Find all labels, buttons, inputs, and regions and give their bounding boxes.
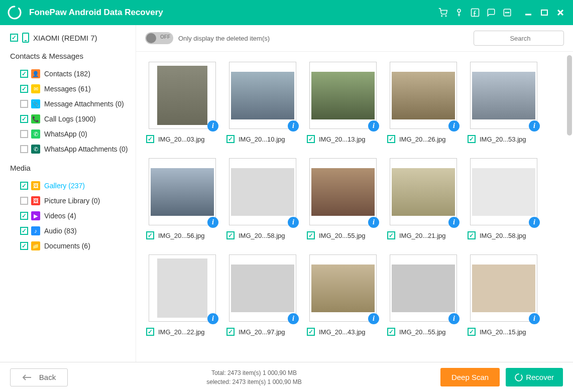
thumbnail-box[interactable]: i [149,254,216,322]
feedback-icon[interactable] [486,8,496,18]
item-checkbox[interactable] [20,197,28,205]
item-checkbox[interactable] [20,227,28,235]
gallery-item[interactable]: iIMG_20...55.jpg [306,158,380,239]
thumbnail-box[interactable]: i [229,254,296,322]
sidebar-item-contacts[interactable]: 👤Contacts (182) [10,66,131,81]
scrollbar[interactable] [567,55,572,136]
sidebar-item-videos[interactable]: ▶Videos (4) [10,208,131,223]
item-checkbox[interactable] [20,242,28,250]
recover-button[interactable]: Recover [506,368,563,386]
info-icon[interactable]: i [207,120,218,132]
sidebar-item-picture-library[interactable]: 🖼Picture Library (0) [10,193,131,208]
gallery-item[interactable]: iIMG_20...21.jpg [386,158,461,239]
thumbnail-box[interactable]: i [149,158,216,225]
device-checkbox[interactable] [10,34,18,42]
sidebar-item-message-attachments[interactable]: 📎Message Attachments (0) [10,96,131,111]
gallery-item[interactable]: iIMG_20...10.jpg [225,62,300,143]
thumbnail-checkbox[interactable] [387,231,395,239]
thumbnail-checkbox[interactable] [468,135,476,143]
info-icon[interactable]: i [288,120,299,132]
deleted-only-toggle[interactable]: OFF [145,32,173,44]
item-checkbox[interactable] [20,182,28,190]
gallery-item[interactable]: iIMG_20...58.jpg [225,158,300,239]
gallery-item[interactable]: iIMG_20...56.jpg [145,158,219,239]
thumbnail-checkbox[interactable] [307,328,315,336]
sidebar-item-call-logs[interactable]: 📞Call Logs (1900) [10,111,131,126]
thumbnail-checkbox[interactable] [226,328,235,336]
thumbnail-box[interactable]: i [390,158,457,225]
thumbnail-checkbox[interactable] [387,328,395,336]
info-icon[interactable]: i [288,217,299,228]
gallery-item[interactable]: iIMG_20...43.jpg [306,254,380,336]
thumbnail-checkbox[interactable] [146,135,154,143]
info-icon[interactable]: i [529,313,540,324]
thumbnail-checkbox[interactable] [468,231,476,239]
gallery-item[interactable]: iIMG_20...03.jpg [145,62,219,143]
search-box[interactable] [474,31,564,46]
item-checkbox[interactable] [20,100,28,108]
gallery-item[interactable]: iIMG_20...22.jpg [145,254,219,336]
thumbnail-checkbox[interactable] [146,231,154,239]
info-icon[interactable]: i [368,313,379,324]
gallery-item[interactable]: iIMG_20...53.jpg [467,62,541,143]
thumbnail-checkbox[interactable] [387,135,395,143]
info-icon[interactable]: i [207,217,218,228]
info-icon[interactable]: i [368,120,379,132]
info-icon[interactable]: i [368,217,379,228]
gallery-item[interactable]: iIMG_20...55.jpg [386,254,461,336]
thumbnail-checkbox[interactable] [226,231,235,239]
info-icon[interactable]: i [448,217,460,228]
facebook-icon[interactable] [470,8,480,18]
thumbnail-checkbox[interactable] [468,328,476,336]
thumbnail-checkbox[interactable] [307,231,315,239]
gallery-item[interactable]: iIMG_20...97.jpg [225,254,300,336]
thumbnail-filename: IMG_20...55.jpg [399,328,446,336]
gallery-item[interactable]: iIMG_20...58.jpg [467,158,541,239]
deep-scan-button[interactable]: Deep Scan [440,368,500,386]
gallery-item[interactable]: iIMG_20...13.jpg [306,62,380,143]
sidebar-item-audio[interactable]: ♪Audio (83) [10,223,131,238]
thumbnail-box[interactable]: i [470,254,537,322]
info-icon[interactable]: i [207,313,218,324]
thumbnail-box[interactable]: i [309,62,377,129]
close-icon[interactable] [555,8,565,18]
thumbnail-box[interactable]: i [309,254,377,322]
info-icon[interactable]: i [529,120,540,132]
cart-icon[interactable] [438,8,448,18]
key-icon[interactable] [454,8,464,18]
sidebar-item-whatsapp[interactable]: ✆WhatsApp (0) [10,126,131,142]
thumbnail-checkbox[interactable] [146,328,154,336]
info-icon[interactable]: i [288,313,299,324]
item-checkbox[interactable] [20,85,28,93]
info-icon[interactable]: i [448,313,460,324]
thumbnail-box[interactable]: i [149,62,216,129]
thumbnail-box[interactable]: i [390,254,457,322]
search-input[interactable] [478,35,562,42]
item-checkbox[interactable] [20,130,28,138]
device-row[interactable]: XIAOMI (REDMI 7) [10,33,131,43]
item-checkbox[interactable] [20,115,28,123]
menu-icon[interactable] [502,8,512,18]
thumbnail-box[interactable]: i [229,62,296,129]
maximize-icon[interactable] [539,8,549,18]
thumbnail-box[interactable]: i [229,158,296,225]
item-checkbox[interactable] [20,70,28,78]
thumbnail-box[interactable]: i [470,158,537,225]
sidebar-item-gallery[interactable]: 🖼Gallery (237) [10,178,131,193]
sidebar-item-whatsapp-attachments[interactable]: ✆WhatsApp Attachments (0) [10,142,131,157]
item-checkbox[interactable] [20,145,28,153]
back-button[interactable]: Back [10,368,68,386]
sidebar-item-documents[interactable]: 📁Documents (6) [10,238,131,253]
info-icon[interactable]: i [448,120,460,132]
sidebar-item-messages[interactable]: ✉Messages (61) [10,81,131,96]
thumbnail-checkbox[interactable] [307,135,315,143]
info-icon[interactable]: i [529,217,540,228]
thumbnail-checkbox[interactable] [226,135,235,143]
thumbnail-box[interactable]: i [470,62,537,129]
gallery-item[interactable]: iIMG_20...15.jpg [467,254,541,336]
gallery-item[interactable]: iIMG_20...26.jpg [386,62,461,143]
minimize-icon[interactable] [523,8,533,18]
thumbnail-box[interactable]: i [309,158,377,225]
thumbnail-box[interactable]: i [390,62,457,129]
item-checkbox[interactable] [20,212,28,220]
